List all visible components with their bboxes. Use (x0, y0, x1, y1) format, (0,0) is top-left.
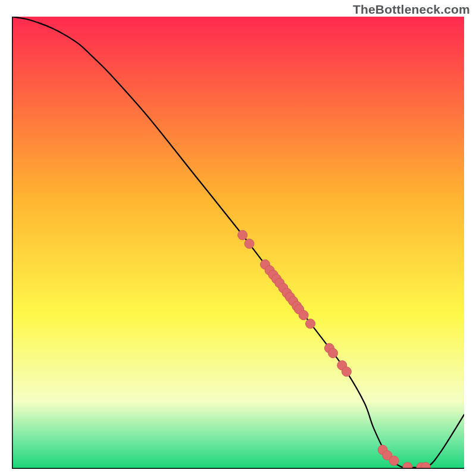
data-point (328, 348, 338, 358)
data-point (342, 367, 351, 377)
watermark-text: TheBottleneck.com (353, 2, 470, 17)
data-point (403, 462, 412, 469)
data-point (421, 462, 430, 469)
data-point (389, 456, 399, 465)
heat-gradient-background (12, 17, 464, 469)
data-point (306, 319, 315, 328)
data-point (299, 311, 308, 320)
chart-container: TheBottleneck.com (0, 0, 476, 476)
data-point (238, 230, 248, 240)
plot-area (12, 17, 464, 469)
data-point (245, 239, 254, 249)
chart-svg (12, 17, 464, 469)
